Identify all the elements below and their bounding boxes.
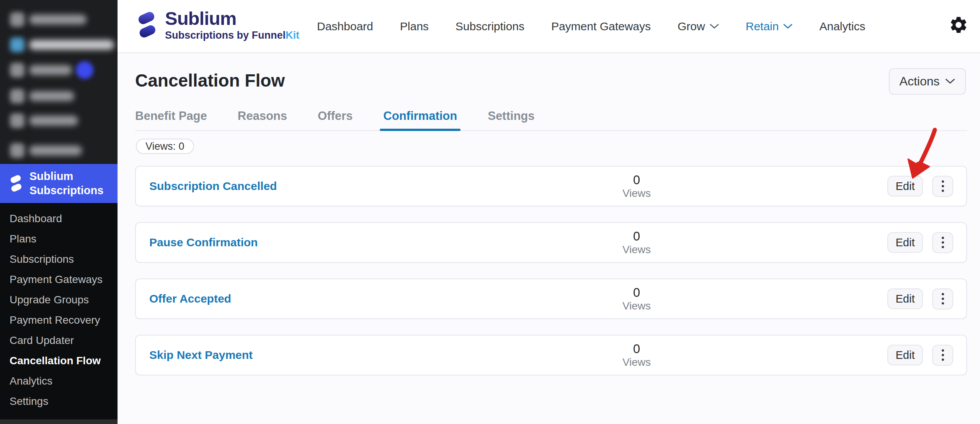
kebab-dot bbox=[942, 246, 944, 248]
redacted-menu-icon bbox=[10, 143, 24, 158]
tab-settings[interactable]: Settings bbox=[488, 109, 534, 130]
views-number: 0 bbox=[610, 342, 663, 356]
row-options-kebab-button[interactable] bbox=[932, 176, 953, 197]
app-root: Sublium Subscriptions Dashboard Plans Su… bbox=[0, 0, 980, 424]
redacted-menu-item[interactable] bbox=[0, 87, 118, 106]
main-content: Cancellation Flow Actions Benefit Page R… bbox=[118, 53, 980, 424]
sublium-logo-icon bbox=[135, 11, 159, 39]
views-count: 0 Views bbox=[610, 173, 663, 200]
confirmation-pages-list: Subscription Cancelled 0 Views Edit Paus… bbox=[135, 166, 967, 375]
kebab-dot bbox=[942, 354, 944, 356]
tab-confirmation[interactable]: Confirmation bbox=[383, 109, 457, 130]
row-title-link[interactable]: Skip Next Payment bbox=[149, 349, 610, 362]
row-options-kebab-button[interactable] bbox=[932, 232, 953, 253]
chevron-down-icon bbox=[710, 24, 719, 29]
tab-benefit-page[interactable]: Benefit Page bbox=[135, 109, 207, 130]
redacted-menu-label bbox=[29, 116, 78, 126]
brand-tagline: Subscriptions by FunnelKit bbox=[165, 29, 299, 41]
sidebar-redacted-section bbox=[0, 0, 118, 164]
actions-dropdown-button[interactable]: Actions bbox=[889, 68, 966, 95]
edit-button[interactable]: Edit bbox=[887, 232, 923, 253]
list-item-skip-next-payment: Skip Next Payment 0 Views Edit bbox=[135, 335, 967, 375]
plugin-header: Sublium Subscriptions by FunnelKit Dashb… bbox=[118, 0, 980, 53]
nav-plans[interactable]: Plans bbox=[400, 20, 429, 33]
flow-tabs: Benefit Page Reasons Offers Confirmation… bbox=[135, 109, 967, 131]
nav-retain[interactable]: Retain bbox=[746, 20, 793, 33]
page-title: Cancellation Flow bbox=[135, 70, 285, 91]
notification-badge bbox=[76, 61, 93, 79]
sidebar-item-payment-recovery[interactable]: Payment Recovery bbox=[0, 310, 118, 330]
actions-label: Actions bbox=[900, 74, 940, 88]
redacted-menu-icon bbox=[10, 63, 24, 77]
nav-subscriptions[interactable]: Subscriptions bbox=[456, 20, 524, 33]
views-count: 0 Views bbox=[610, 342, 663, 368]
views-caption: Views bbox=[610, 356, 663, 368]
sidebar-item-payment-gateways[interactable]: Payment Gateways bbox=[0, 269, 118, 290]
gear-icon bbox=[949, 15, 969, 35]
funnelkit-highlight: Kit bbox=[286, 29, 299, 41]
kebab-dot bbox=[942, 185, 944, 187]
top-nav: Dashboard Plans Subscriptions Payment Ga… bbox=[317, 0, 865, 52]
views-caption: Views bbox=[610, 187, 663, 200]
tab-offers[interactable]: Offers bbox=[318, 109, 353, 130]
redacted-menu-label bbox=[29, 40, 114, 50]
redacted-menu-label bbox=[29, 91, 74, 101]
nav-grow[interactable]: Grow bbox=[678, 20, 719, 33]
views-count: 0 Views bbox=[610, 285, 663, 312]
sidebar-item-analytics[interactable]: Analytics bbox=[0, 371, 118, 391]
nav-payment-gateways[interactable]: Payment Gateways bbox=[551, 20, 651, 33]
kebab-dot bbox=[942, 241, 944, 244]
chevron-down-icon bbox=[783, 24, 792, 29]
sidebar-item-subscriptions[interactable]: Subscriptions bbox=[0, 249, 118, 269]
redacted-menu-label bbox=[29, 65, 72, 75]
logo-text: Sublium Subscriptions by FunnelKit bbox=[165, 8, 299, 41]
views-number: 0 bbox=[610, 229, 663, 244]
redacted-menu-icon bbox=[10, 12, 24, 27]
sidebar-item-cancellation-flow[interactable]: Cancellation Flow bbox=[0, 350, 118, 371]
list-item-offer-accepted: Offer Accepted 0 Views Edit bbox=[135, 278, 967, 319]
sidebar-bottom-strip bbox=[0, 419, 118, 424]
redacted-menu-icon bbox=[10, 89, 24, 103]
nav-analytics[interactable]: Analytics bbox=[819, 20, 865, 33]
redacted-menu-item[interactable] bbox=[0, 142, 118, 160]
redacted-menu-item[interactable] bbox=[0, 61, 118, 80]
redacted-menu-item[interactable] bbox=[0, 11, 118, 29]
row-options-kebab-button[interactable] bbox=[932, 288, 953, 309]
row-title-link[interactable]: Subscription Cancelled bbox=[149, 180, 610, 193]
kebab-dot bbox=[942, 237, 944, 239]
chevron-down-icon bbox=[945, 79, 955, 84]
views-filter-pill[interactable]: Views: 0 bbox=[136, 139, 194, 154]
edit-button[interactable]: Edit bbox=[887, 176, 923, 196]
sidebar-item-sublium-subscriptions[interactable]: Sublium Subscriptions bbox=[0, 164, 118, 203]
row-title-link[interactable]: Pause Confirmation bbox=[149, 236, 610, 249]
redacted-menu-label bbox=[29, 15, 87, 25]
edit-button[interactable]: Edit bbox=[887, 288, 923, 309]
sidebar-item-card-updater[interactable]: Card Updater bbox=[0, 330, 118, 350]
sidebar-item-label: Sublium Subscriptions bbox=[29, 169, 103, 198]
row-title-link[interactable]: Offer Accepted bbox=[149, 292, 610, 305]
kebab-dot bbox=[942, 298, 944, 300]
nav-grow-label: Grow bbox=[678, 20, 705, 33]
redacted-menu-item[interactable] bbox=[0, 112, 118, 130]
redacted-menu-item[interactable] bbox=[0, 36, 118, 54]
sidebar-item-dashboard[interactable]: Dashboard bbox=[0, 208, 118, 229]
kebab-dot bbox=[942, 359, 944, 361]
sidebar-item-plans[interactable]: Plans bbox=[0, 229, 118, 249]
sidebar-item-settings[interactable]: Settings bbox=[0, 391, 118, 411]
views-number: 0 bbox=[610, 285, 663, 300]
settings-gear-button[interactable] bbox=[948, 15, 969, 36]
sidebar-item-upgrade-groups[interactable]: Upgrade Groups bbox=[0, 290, 118, 310]
views-count: 0 Views bbox=[610, 229, 663, 256]
edit-button[interactable]: Edit bbox=[887, 345, 923, 365]
row-options-kebab-button[interactable] bbox=[932, 345, 953, 366]
redacted-menu-label bbox=[29, 146, 82, 156]
views-caption: Views bbox=[610, 244, 663, 256]
nav-dashboard[interactable]: Dashboard bbox=[317, 20, 373, 33]
nav-retain-label: Retain bbox=[746, 20, 779, 33]
tab-reasons[interactable]: Reasons bbox=[238, 109, 287, 130]
brand-name: Sublium bbox=[165, 8, 299, 28]
sublium-logo-icon-white bbox=[8, 175, 24, 192]
list-item-subscription-cancelled: Subscription Cancelled 0 Views Edit bbox=[135, 166, 967, 206]
kebab-dot bbox=[942, 293, 944, 295]
sidebar-submenu: Dashboard Plans Subscriptions Payment Ga… bbox=[0, 203, 118, 419]
